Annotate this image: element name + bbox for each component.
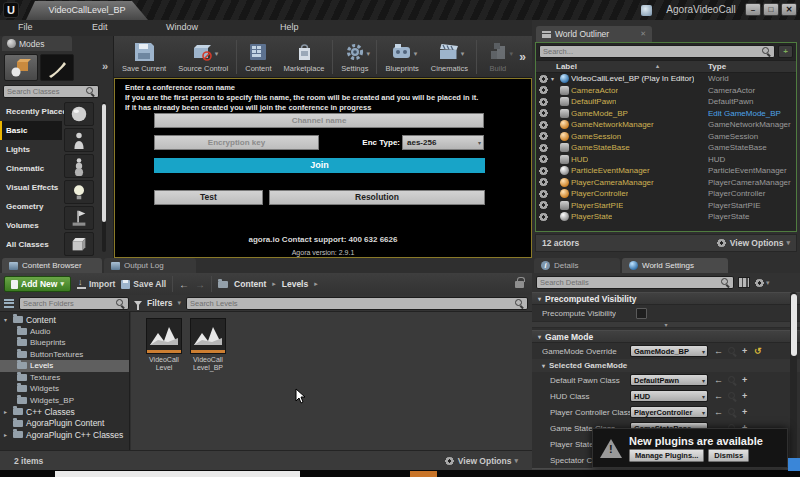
import-button[interactable]: Import xyxy=(77,279,115,289)
taskbar-highlight-item[interactable] xyxy=(410,471,437,477)
hud-class-dropdown[interactable]: HUD▾ xyxy=(630,390,708,402)
encryption-key-input[interactable]: Encryption key xyxy=(154,135,319,150)
add-icon[interactable]: + xyxy=(742,406,747,418)
visibility-eye-icon[interactable] xyxy=(538,98,549,106)
expander-icon[interactable]: ▾ xyxy=(4,316,10,323)
item-player-start[interactable] xyxy=(64,206,94,230)
precompute-visibility-checkbox[interactable] xyxy=(636,308,647,319)
category-visual-effects[interactable]: Visual Effects xyxy=(0,178,62,197)
asset-grid[interactable]: VideoCall Level VideoCall Level_BP xyxy=(131,312,532,450)
tab-close-icon[interactable]: ✕ xyxy=(640,30,646,38)
sort-ascending-icon[interactable]: ▴ xyxy=(656,62,659,69)
default-pawn-class-dropdown[interactable]: DefaultPawn▾ xyxy=(630,374,708,386)
outliner-view-options[interactable]: View Options ▾ xyxy=(716,238,790,248)
search-folders-input[interactable] xyxy=(23,299,114,308)
outliner-search-box[interactable] xyxy=(539,45,775,58)
toolbar-overflow-chevron[interactable]: » xyxy=(519,50,530,64)
outliner-row[interactable]: HUD HUD xyxy=(536,154,796,166)
outliner-row[interactable]: PlayerController PlayerController xyxy=(536,188,796,200)
visibility-eye-icon[interactable] xyxy=(538,201,549,209)
search-classes-input[interactable] xyxy=(7,87,84,96)
chevron-down-icon[interactable]: ▾ xyxy=(414,50,418,58)
use-selected-icon[interactable]: ← xyxy=(714,374,723,386)
tab-modes[interactable]: Modes xyxy=(2,36,72,51)
tab-content-browser[interactable]: Content Browser xyxy=(2,258,102,273)
expander-icon[interactable]: ▾ xyxy=(542,362,545,369)
expander-icon[interactable]: ▸ xyxy=(4,408,10,415)
outliner-column-headers[interactable]: Label ▴ Type xyxy=(536,60,796,73)
item-stacked-spheres[interactable] xyxy=(64,154,94,178)
filters-button[interactable]: Filters xyxy=(147,298,173,308)
folder-levels[interactable]: Levels xyxy=(0,360,129,372)
add-icon[interactable]: + xyxy=(742,390,747,402)
expander-icon[interactable]: ▸ xyxy=(4,431,10,438)
item-cube[interactable] xyxy=(64,232,94,256)
save-all-button[interactable]: Save All xyxy=(121,279,166,289)
search-classes-box[interactable] xyxy=(3,85,99,98)
add-icon[interactable]: + xyxy=(742,345,747,357)
search-details-box[interactable] xyxy=(536,276,734,289)
item-character[interactable] xyxy=(64,128,94,152)
folder-textures[interactable]: Textures xyxy=(0,372,129,384)
outliner-row[interactable]: ▾ VideoCallLevel_BP (Play In Editor) Wor… xyxy=(536,73,796,85)
visibility-eye-icon[interactable] xyxy=(538,167,549,175)
dismiss-button[interactable]: Dismiss xyxy=(708,449,749,462)
column-type[interactable]: Type xyxy=(708,62,726,71)
back-button[interactable]: ← xyxy=(179,279,189,290)
build-button[interactable]: ▾ Build xyxy=(479,40,517,73)
level-tab[interactable]: VideoCallLevel_BP xyxy=(26,1,148,20)
details-scrollbar-thumb[interactable] xyxy=(791,294,797,356)
tab-world-settings[interactable]: World Settings xyxy=(622,258,728,273)
category-recently-placed[interactable]: Recently Placed xyxy=(0,102,62,121)
taskbar-window-item[interactable] xyxy=(55,471,300,477)
outliner-row[interactable]: GameSession GameSession xyxy=(536,131,796,143)
category-lights[interactable]: Lights xyxy=(0,140,62,159)
chevron-down-icon[interactable]: ▾ xyxy=(215,50,219,58)
reset-to-default-icon[interactable]: ↺ xyxy=(754,345,762,357)
lock-icon[interactable] xyxy=(515,281,524,288)
menu-help[interactable]: Help xyxy=(280,22,299,32)
channel-name-input[interactable]: Channel name xyxy=(154,113,484,128)
item-sphere[interactable] xyxy=(64,102,94,126)
modes-scrollbar-thumb[interactable] xyxy=(102,104,106,222)
source-control-button[interactable]: ▾ Source Control xyxy=(172,40,234,73)
player-controller-class-dropdown[interactable]: PlayerController▾ xyxy=(630,406,708,418)
enc-type-dropdown[interactable]: aes-256 ▾ xyxy=(402,135,484,150)
visibility-eye-icon[interactable] xyxy=(538,155,549,163)
details-scrollbar[interactable] xyxy=(790,292,797,468)
manage-plugins-button[interactable]: Manage Plugins... xyxy=(629,449,704,462)
sources-toggle-icon[interactable] xyxy=(4,299,14,308)
expander-icon[interactable]: ▾ xyxy=(538,333,541,340)
gamemode-override-dropdown[interactable]: GameMode_BP▾ xyxy=(630,345,708,357)
chevron-down-icon[interactable]: ▾ xyxy=(509,50,513,58)
viewport[interactable]: Enter a conference room name If you are … xyxy=(114,78,532,258)
breadcrumb-content[interactable]: Content xyxy=(234,279,266,289)
details-view-options[interactable]: ▾ xyxy=(754,279,770,287)
section-expander[interactable]: ▾ xyxy=(532,321,800,328)
modes-scrollbar[interactable] xyxy=(102,102,106,252)
tab-details[interactable]: i Details xyxy=(534,258,620,273)
blueprints-button[interactable]: ▾ Blueprints xyxy=(379,40,424,73)
folder-widgets[interactable]: Widgets xyxy=(0,383,129,395)
content-button[interactable]: Content xyxy=(239,40,277,73)
visibility-eye-icon[interactable] xyxy=(538,121,549,129)
tab-world-outliner[interactable]: World Outliner ✕ xyxy=(536,26,652,42)
search-folders-box[interactable] xyxy=(19,297,129,310)
breadcrumb-separator-icon[interactable]: ▸ xyxy=(314,280,318,288)
folder-widgets-bp[interactable]: Widgets_BP xyxy=(0,395,129,407)
category-geometry[interactable]: Geometry xyxy=(0,197,62,216)
breadcrumb-levels[interactable]: Levels xyxy=(282,279,308,289)
add-icon[interactable]: + xyxy=(742,374,747,386)
search-assets-input[interactable] xyxy=(190,299,513,308)
chevron-down-icon[interactable]: ▾ xyxy=(461,50,465,58)
category-all-classes[interactable]: All Classes xyxy=(0,235,62,254)
chevron-down-icon[interactable]: ▾ xyxy=(178,299,182,307)
menu-window[interactable]: Window xyxy=(166,22,198,32)
folder-cpp-classes[interactable]: ▸C++ Classes xyxy=(0,406,129,418)
expander-icon[interactable]: ▾ xyxy=(551,75,558,82)
minimize-button[interactable]: – xyxy=(745,3,761,16)
column-label[interactable]: Label xyxy=(556,62,577,71)
menu-edit[interactable]: Edit xyxy=(92,22,108,32)
outliner-row[interactable]: ParticleEventManager ParticleEventManage… xyxy=(536,165,796,177)
search-details-input[interactable] xyxy=(540,278,719,287)
